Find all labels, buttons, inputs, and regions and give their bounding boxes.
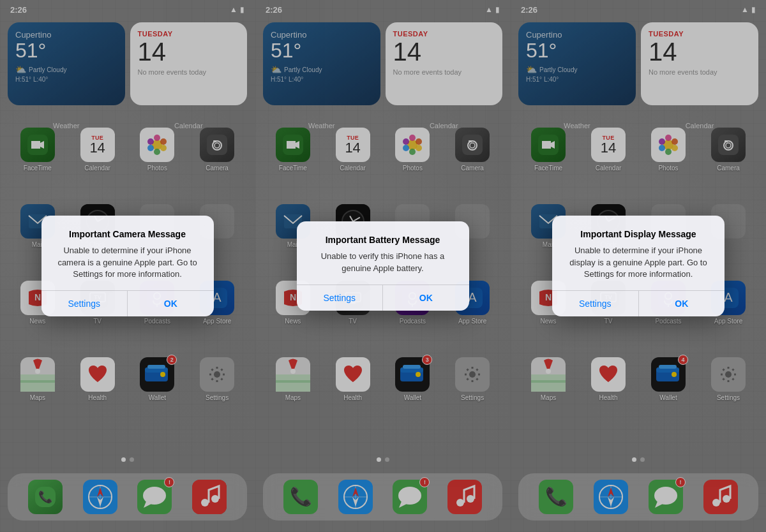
alert-title-1: Important Camera Message — [54, 228, 201, 240]
alert-message-2: Unable to verify this iPhone has a genui… — [310, 251, 456, 274]
alert-content-2: Important Battery Message Unable to veri… — [297, 221, 469, 284]
alert-ok-btn-2[interactable]: OK — [383, 285, 469, 311]
alert-overlay-1: Important Camera Message Unable to deter… — [0, 0, 255, 532]
phone-screen-1: 2:26 ▲ ▮ Cupertino 51° ⛅ Partly Cloudy H… — [0, 0, 255, 532]
alert-buttons-2: Settings OK — [297, 284, 469, 311]
alert-ok-btn-1[interactable]: OK — [128, 291, 214, 316]
phone-screen-2: 2:26 ▲ ▮ Cupertino 51° ⛅ Partly Cloudy H… — [255, 0, 511, 532]
alert-overlay-2: Important Battery Message Unable to veri… — [255, 0, 510, 532]
alert-buttons-3: Settings OK — [552, 290, 725, 316]
alert-overlay-3: Important Display Message Unable to dete… — [511, 0, 766, 532]
alert-settings-btn-3[interactable]: Settings — [552, 291, 639, 316]
alert-message-3: Unable to determine if your iPhone displ… — [565, 245, 712, 280]
alert-box-1: Important Camera Message Unable to deter… — [41, 216, 214, 316]
alert-content-3: Important Display Message Unable to dete… — [552, 216, 725, 290]
alert-title-3: Important Display Message — [565, 228, 712, 240]
alert-message-1: Unable to determine if your iPhone camer… — [54, 245, 201, 280]
phone-screen-3: 2:26 ▲ ▮ Cupertino 51° ⛅ Partly Cloudy H… — [511, 0, 766, 532]
alert-settings-btn-2[interactable]: Settings — [297, 285, 384, 311]
alert-box-2: Important Battery Message Unable to veri… — [297, 221, 469, 311]
alert-box-3: Important Display Message Unable to dete… — [552, 216, 725, 316]
alert-buttons-1: Settings OK — [41, 290, 214, 316]
alert-content-1: Important Camera Message Unable to deter… — [41, 216, 214, 290]
alert-ok-btn-3[interactable]: OK — [639, 291, 725, 316]
alert-settings-btn-1[interactable]: Settings — [41, 291, 128, 316]
alert-title-2: Important Battery Message — [310, 234, 456, 246]
